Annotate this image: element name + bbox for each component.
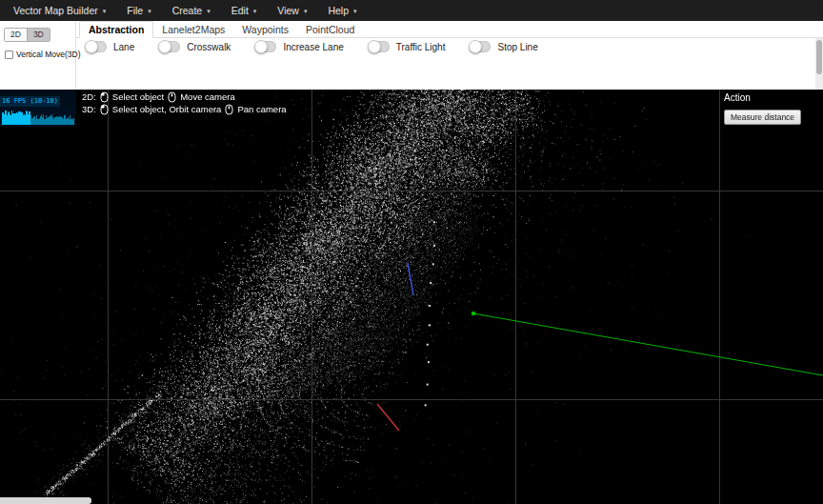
increase-lane-switch-knob [254,40,268,53]
toggle-crosswalk: Crosswalk [159,41,231,52]
view-2d-button[interactable]: 2D [5,29,27,41]
menu-item-help[interactable]: Help ▾ [317,0,367,21]
mouse-middle-click-icon [168,91,176,103]
tab-bar: Abstraction Lanelet2Maps Waypoints Point… [76,21,823,38]
tab-lanelet2maps[interactable]: Lanelet2Maps [153,21,233,37]
help-row-2d: 2D: Select object Move camera [82,91,287,103]
fps-counter: 16 FPS (10-18) [0,96,60,107]
viewport-help: 2D: Select object Move camera 3D: Select… [82,91,287,115]
mouse-left-click-icon [100,91,109,103]
view-3d-button[interactable]: 3D [27,29,50,41]
menu-item-label: View [277,5,299,16]
lane-switch-label: Lane [113,42,134,52]
fps-stats-widget[interactable]: 16 FPS (10-18) [0,90,76,127]
menu-item-view[interactable]: View ▾ [267,0,317,21]
help-3d-action1: Select object, Orbit camera [112,104,222,114]
caret-down-icon: ▾ [207,8,211,14]
stop-line-switch-knob [469,40,482,53]
caret-down-icon: ▾ [148,8,151,14]
toggle-increase-lane: Increase Lane [255,41,343,52]
vertical-move-label: Vertical Move(3D) [16,50,81,59]
toolbar-strip: 2D 3D Vertical Move(3D) Abstraction Lane… [0,21,823,90]
traffic-light-switch-label: Traffic Light [396,42,446,52]
stop-line-switch-label: Stop Line [497,42,537,52]
lane-switch[interactable] [86,41,107,52]
toggle-stop-line: Stop Line [470,41,537,52]
menu-item-label: Vector Map Builder [13,5,98,16]
crosswalk-switch[interactable] [159,41,180,52]
help-2d-action1: Select object [112,91,164,102]
toggle-lane: Lane [86,41,134,52]
menu-bar: Vector Map Builder ▾ File ▾ Create ▾ Edi… [0,0,823,21]
tab-waypoints[interactable]: Waypoints [233,21,297,37]
crosswalk-switch-knob [158,40,171,53]
tabs-and-toggles: Abstraction Lanelet2Maps Waypoints Point… [76,21,823,90]
measure-distance-button[interactable]: Measure distance [724,110,801,125]
vertical-move-control: Vertical Move(3D) [5,50,75,59]
menu-item-file[interactable]: File ▾ [116,0,161,21]
toggle-traffic-light: Traffic Light [369,41,446,52]
lane-switch-knob [85,40,98,53]
vertical-scrollbar-thumb[interactable] [816,40,822,74]
menu-item-label: Edit [231,5,249,16]
tab-abstraction[interactable]: Abstraction [79,21,153,38]
fps-graph [2,108,74,125]
help-3d-label: 3D: [82,104,96,114]
feature-toggles-row: Lane Crosswalk Increase Lane Traffic Lig… [76,38,823,55]
tab-pointcloud[interactable]: PointCloud [297,21,363,37]
caret-down-icon: ▾ [353,8,357,14]
menu-item-label: Create [172,5,203,16]
viewport-3d: 16 FPS (10-18) 2D: Select object Move ca… [0,90,823,504]
action-panel: Action Measure distance [724,92,815,125]
stop-line-switch[interactable] [470,41,491,52]
traffic-light-switch[interactable] [369,41,390,52]
menu-item-vector-map-builder[interactable]: Vector Map Builder ▾ [3,0,116,21]
mouse-left-click-icon [100,104,109,115]
view-mode-switch: 2D 3D [4,28,50,42]
help-2d-label: 2D: [82,91,96,102]
help-2d-action2: Move camera [180,91,235,102]
menu-item-label: Help [328,5,349,16]
pointcloud-canvas[interactable] [0,90,823,504]
menu-item-label: File [127,5,143,16]
vertical-move-checkbox[interactable] [5,50,13,59]
action-panel-title: Action [724,92,815,103]
crosswalk-switch-label: Crosswalk [187,42,231,52]
menu-item-create[interactable]: Create ▾ [162,0,221,21]
horizontal-scrollbar-thumb[interactable] [0,497,91,504]
caret-down-icon: ▾ [304,8,308,14]
increase-lane-switch-label: Increase Lane [283,42,343,52]
help-row-3d: 3D: Select object, Orbit camera Pan came… [82,103,287,115]
vector-map-builder-app: Vector Map Builder ▾ File ▾ Create ▾ Edi… [0,0,823,504]
mouse-middle-click-icon [225,104,233,115]
caret-down-icon: ▾ [253,8,257,14]
vertical-scrollbar[interactable] [815,38,823,90]
left-panel: 2D 3D Vertical Move(3D) [0,21,76,90]
menu-item-edit[interactable]: Edit ▾ [221,0,268,21]
caret-down-icon: ▾ [103,8,107,14]
help-3d-action2: Pan camera [237,104,286,114]
increase-lane-switch[interactable] [255,41,276,52]
traffic-light-switch-knob [368,40,381,53]
